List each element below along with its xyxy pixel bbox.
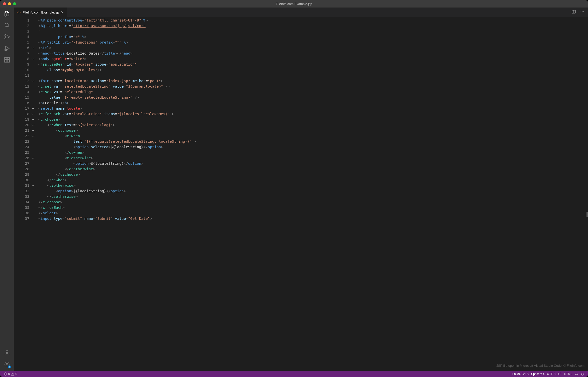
code-content[interactable]: <%@ page contentType="text/html; charset… [35,17,588,371]
svg-point-12 [581,12,581,12]
svg-rect-6 [5,60,7,62]
svg-point-10 [6,363,8,365]
minimize-window-button[interactable] [8,2,11,5]
close-tab-icon[interactable]: ✕ [61,11,64,14]
settings-badge: 1 [8,365,11,368]
status-encoding[interactable]: UTF-8 [546,372,557,376]
scrollbar-thumb[interactable] [586,212,588,217]
status-problems[interactable]: 0 0 [3,372,18,376]
run-debug-icon[interactable] [4,45,10,52]
svg-point-14 [583,12,584,12]
svg-rect-7 [7,60,10,62]
watermark-text: JSP file open in Microsoft Visual Studio… [496,363,584,368]
fold-toggle[interactable] [31,128,35,133]
more-actions-icon[interactable] [580,10,584,15]
status-eol[interactable]: LF [557,372,563,376]
svg-point-2 [5,38,6,39]
svg-point-9 [6,350,8,353]
svg-point-1 [5,35,6,36]
scrollbar[interactable] [586,17,588,371]
file-tab[interactable]: <> FileInfo.com Example.jsp ✕ [14,8,67,17]
fold-toggle[interactable] [31,56,35,62]
vscode-window: FileInfo.com Example.jsp [0,0,588,377]
activity-bar: 1 [0,8,14,371]
jsp-file-icon: <> [17,11,21,14]
main-area: 1 <> FileInfo.com Example.jsp ✕ 12345678… [0,8,588,371]
extensions-icon[interactable] [4,57,10,63]
code-editor[interactable]: 1234567891011121314151617181920212223242… [14,17,588,371]
fold-gutter [31,17,35,371]
svg-rect-5 [5,57,7,60]
svg-point-3 [8,36,9,37]
fold-toggle[interactable] [31,111,35,117]
svg-point-0 [5,23,8,27]
notifications-icon[interactable] [579,372,585,376]
status-cursor[interactable]: Ln 49, Col 8 [511,372,530,376]
feedback-icon[interactable] [573,372,579,376]
editor-area: <> FileInfo.com Example.jsp ✕ 1234567891… [14,8,588,371]
fold-toggle[interactable] [31,133,35,139]
source-control-icon[interactable] [4,34,10,40]
fold-toggle[interactable] [31,155,35,161]
status-indent[interactable]: Spaces: 4 [530,372,546,376]
tabs-row: <> FileInfo.com Example.jsp ✕ [14,8,588,17]
window-title: FileInfo.com Example.jsp [276,2,312,6]
fold-toggle[interactable] [31,106,35,111]
line-number-gutter: 1234567891011121314151617181920212223242… [14,17,31,371]
close-window-button[interactable] [3,2,6,5]
fold-toggle[interactable] [31,122,35,128]
tab-actions [571,10,588,15]
explorer-icon[interactable] [4,11,10,17]
traffic-lights [3,0,16,8]
maximize-window-button[interactable] [13,2,16,5]
svg-rect-8 [7,57,10,60]
fold-toggle[interactable] [31,45,35,51]
split-editor-icon[interactable] [571,10,576,15]
file-tab-label: FileInfo.com Example.jsp [23,11,59,14]
fold-toggle[interactable] [31,117,35,122]
status-language[interactable]: HTML [563,372,573,376]
fold-toggle[interactable] [31,78,35,84]
search-icon[interactable] [4,22,10,29]
titlebar: FileInfo.com Example.jsp [0,0,588,8]
settings-gear-icon[interactable]: 1 [4,361,10,367]
status-bar: 0 0 Ln 49, Col 8 Spaces: 4 UTF-8 LF HTML [0,371,588,377]
account-icon[interactable] [4,349,10,356]
fold-toggle[interactable] [31,183,35,188]
svg-point-13 [582,12,582,12]
